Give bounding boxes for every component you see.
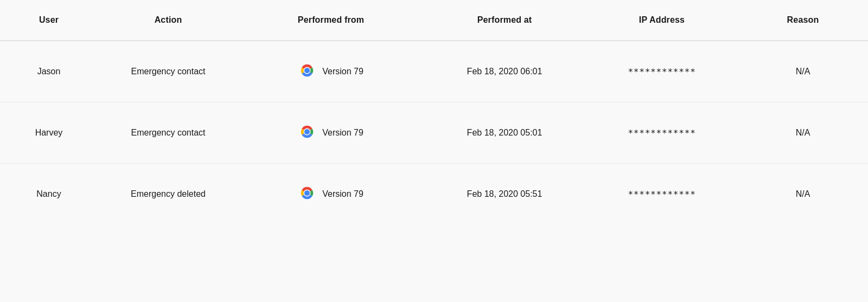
cell-action: Emergency contact bbox=[98, 102, 239, 164]
cell-performed-at: Feb 18, 2020 05:01 bbox=[423, 102, 586, 164]
header-ip-address: IP Address bbox=[586, 0, 738, 41]
table-row: Harvey Emergency contact Version 79 bbox=[0, 102, 868, 164]
cell-performed-from: Version 79 bbox=[239, 102, 423, 164]
cell-user: Harvey bbox=[0, 102, 98, 164]
table-header-row: User Action Performed from Performed at … bbox=[0, 0, 868, 41]
chrome-icon bbox=[298, 123, 316, 143]
cell-ip-address: ************ bbox=[586, 41, 738, 102]
cell-reason: N/A bbox=[738, 41, 868, 102]
browser-version: Version 79 bbox=[322, 128, 363, 138]
header-action: Action bbox=[98, 0, 239, 41]
header-performed-at: Performed at bbox=[423, 0, 586, 41]
audit-log-table: User Action Performed from Performed at … bbox=[0, 0, 868, 224]
header-reason: Reason bbox=[738, 0, 868, 41]
browser-version: Version 79 bbox=[322, 189, 363, 199]
header-performed-from: Performed from bbox=[239, 0, 423, 41]
cell-performed-at: Feb 18, 2020 05:51 bbox=[423, 164, 586, 225]
cell-action: Emergency deleted bbox=[98, 164, 239, 225]
cell-user: Nancy bbox=[0, 164, 98, 225]
cell-performed-from: Version 79 bbox=[239, 41, 423, 102]
table-row: Jason Emergency contact Version 79 bbox=[0, 41, 868, 102]
cell-reason: N/A bbox=[738, 164, 868, 225]
audit-log-table-container: User Action Performed from Performed at … bbox=[0, 0, 868, 302]
table-row: Nancy Emergency deleted Version 79 bbox=[0, 164, 868, 225]
cell-ip-address: ************ bbox=[586, 164, 738, 225]
cell-ip-address: ************ bbox=[586, 102, 738, 164]
svg-point-5 bbox=[304, 190, 310, 196]
cell-reason: N/A bbox=[738, 102, 868, 164]
cell-performed-at: Feb 18, 2020 06:01 bbox=[423, 41, 586, 102]
browser-version: Version 79 bbox=[322, 67, 363, 76]
cell-user: Jason bbox=[0, 41, 98, 102]
chrome-icon bbox=[298, 184, 316, 204]
cell-action: Emergency contact bbox=[98, 41, 239, 102]
svg-point-3 bbox=[304, 129, 310, 134]
header-user: User bbox=[0, 0, 98, 41]
svg-point-1 bbox=[304, 68, 310, 73]
chrome-icon bbox=[298, 62, 316, 81]
cell-performed-from: Version 79 bbox=[239, 164, 423, 225]
